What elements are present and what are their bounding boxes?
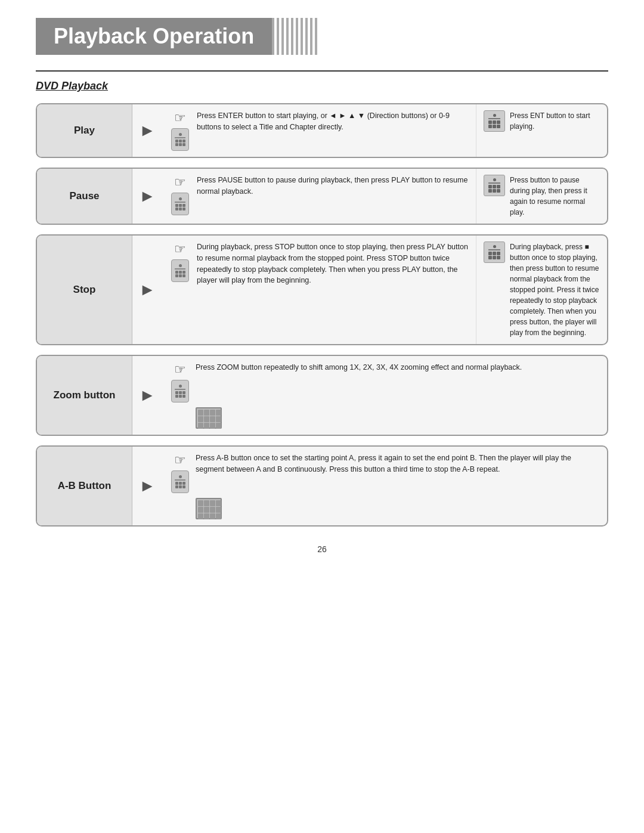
stop-description: During playback, press STOP button once … xyxy=(197,241,469,286)
play-right: Press ENT button to start playing. xyxy=(476,104,607,157)
play-arrow-icon: ► xyxy=(139,121,156,140)
play-icon-block: ☞ xyxy=(169,110,191,151)
page-title-banner: Playback Operation xyxy=(36,18,272,55)
pause-description: Press PAUSE button to pause during playb… xyxy=(197,175,469,197)
play-row: Play ► ☞ Press ENTER button to start pla… xyxy=(36,103,608,158)
pause-remote-icon xyxy=(171,193,189,215)
pause-row: Pause ► ☞ Press PAUSE button to pause du… xyxy=(36,168,608,225)
stop-right-icon xyxy=(484,241,505,263)
play-hand-icon: ☞ xyxy=(174,110,186,126)
play-right-icon xyxy=(484,110,505,132)
play-description: Press ENTER button to start playing, or … xyxy=(197,110,469,133)
zoom-content: ☞ Press ZOOM button repeatedly to shift … xyxy=(162,356,607,435)
stop-right-description: During playback, press ■ button once to … xyxy=(510,241,600,338)
section-title: DVD Playback xyxy=(36,80,608,92)
stop-label-cell: Stop xyxy=(37,236,132,344)
play-arrow: ► xyxy=(132,104,162,157)
pause-label-cell: Pause xyxy=(37,169,132,224)
stop-arrow-icon: ► xyxy=(139,280,156,299)
title-divider xyxy=(36,70,608,72)
operations-list: Play ► ☞ Press ENTER button to start pla… xyxy=(36,103,608,527)
zoom-hand-icon: ☞ xyxy=(174,362,186,377)
stop-right: During playback, press ■ button once to … xyxy=(476,236,607,344)
page-title: Playback Operation xyxy=(54,24,254,48)
zoom-label: Zoom button xyxy=(54,389,116,401)
pause-arrow-icon: ► xyxy=(139,187,156,206)
zoom-description: Press ZOOM button repeatedly to shift am… xyxy=(196,362,522,373)
zoom-arrow-icon: ► xyxy=(139,386,156,405)
pause-right-description: Press button to pause during play, then … xyxy=(510,175,600,218)
stop-remote-icon xyxy=(171,259,189,282)
play-content: ☞ Press ENTER button to start playing, o… xyxy=(162,104,476,157)
zoom-remote-icon xyxy=(171,380,189,402)
zoom-row: Zoom button ► ☞ Press ZOOM xyxy=(36,355,608,436)
ab-hand-icon: ☞ xyxy=(174,453,186,468)
ab-remote-icon xyxy=(171,470,189,493)
ab-content: ☞ Press A-B button once to set the start… xyxy=(162,447,607,525)
ab-description: Press A-B button once to set the startin… xyxy=(196,453,600,475)
zoom-label-cell: Zoom button xyxy=(37,356,132,435)
ab-label-cell: A-B Button xyxy=(37,447,132,525)
play-label: Play xyxy=(74,125,95,137)
stop-row: Stop ► ☞ During playback, press STOP but… xyxy=(36,234,608,345)
stop-label: Stop xyxy=(73,284,96,296)
pause-hand-icon: ☞ xyxy=(174,175,186,190)
zoom-arrow: ► xyxy=(132,356,162,435)
stop-content: ☞ During playback, press STOP button onc… xyxy=(162,236,476,344)
ab-arrow: ► xyxy=(132,447,162,525)
ab-content-top: ☞ Press A-B button once to set the start… xyxy=(169,453,600,493)
play-label-cell: Play xyxy=(37,104,132,157)
play-right-description: Press ENT button to start playing. xyxy=(510,110,600,132)
zoom-content-top: ☞ Press ZOOM button repeatedly to shift … xyxy=(169,362,522,402)
stop-arrow: ► xyxy=(132,236,162,344)
pause-icon-block: ☞ xyxy=(169,175,191,215)
ab-label: A-B Button xyxy=(58,480,112,492)
pause-content: ☞ Press PAUSE button to pause during pla… xyxy=(162,169,476,224)
pause-label: Pause xyxy=(69,190,99,202)
stop-hand-icon: ☞ xyxy=(174,241,186,257)
pause-arrow: ► xyxy=(132,169,162,224)
stop-icon-block: ☞ xyxy=(169,241,191,282)
ab-screen-icon xyxy=(196,498,222,519)
pause-right-icon xyxy=(484,175,505,196)
page-number: 26 xyxy=(36,544,608,554)
zoom-screen-icon xyxy=(196,407,222,429)
ab-row: A-B Button ► ☞ Press A-B bu xyxy=(36,445,608,527)
zoom-icon-block: ☞ xyxy=(169,362,191,402)
ab-arrow-icon: ► xyxy=(139,476,156,496)
pause-right: Press button to pause during play, then … xyxy=(476,169,607,224)
play-remote-icon xyxy=(171,128,189,151)
ab-icon-block: ☞ xyxy=(169,453,191,493)
